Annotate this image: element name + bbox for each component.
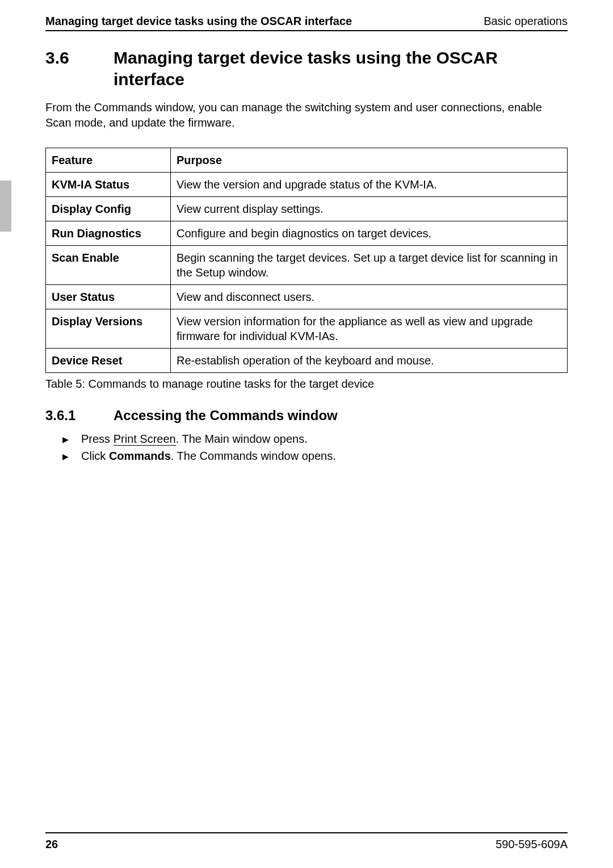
table-header-row: Feature Purpose xyxy=(46,148,568,173)
document-number: 590-595-609A xyxy=(496,838,568,851)
table-row: Device Reset Re-establish operation of t… xyxy=(46,349,568,373)
table-row: User Status View and disconnect users. xyxy=(46,285,568,309)
table-row: KVM-IA Status View the version and upgra… xyxy=(46,173,568,197)
page-content: 3.6 Managing target device tasks using t… xyxy=(45,47,568,832)
side-section-tab xyxy=(0,181,11,232)
ui-element-name: Commands xyxy=(109,450,171,462)
section-number: 3.6 xyxy=(45,47,114,90)
table-cell-feature: Display Versions xyxy=(46,309,171,349)
section-title: Managing target device tasks using the O… xyxy=(114,47,568,90)
step-prefix: Click xyxy=(81,450,109,462)
header-section-title: Managing target device tasks using the O… xyxy=(45,15,352,28)
table-cell-purpose: Re-establish operation of the keyboard a… xyxy=(171,349,568,373)
table-row: Run Diagnostics Configure and begin diag… xyxy=(46,221,568,246)
subsection-title: Accessing the Commands window xyxy=(114,408,338,423)
running-footer: 26 590-595-609A xyxy=(45,832,568,851)
step-suffix: . The Commands window opens. xyxy=(171,450,336,462)
header-chapter-title: Basic operations xyxy=(484,15,568,28)
table-row: Display Config View current display sett… xyxy=(46,197,568,221)
keyboard-key: Print Screen xyxy=(114,433,176,446)
step-suffix: . The Main window opens. xyxy=(176,433,308,445)
table-cell-feature: KVM-IA Status xyxy=(46,173,171,197)
step-bullet-icon: ▶ xyxy=(62,434,69,446)
table-cell-purpose: View and disconnect users. xyxy=(171,285,568,309)
table-cell-purpose: Begin scanning the target devices. Set u… xyxy=(171,246,568,285)
step-item: ▶ Click Commands. The Commands window op… xyxy=(62,447,568,464)
running-header: Managing target device tasks using the O… xyxy=(45,15,568,31)
table-cell-feature: Display Config xyxy=(46,197,171,221)
step-text: Click Commands. The Commands window open… xyxy=(81,447,336,464)
table-header-feature: Feature xyxy=(46,148,171,173)
commands-table: Feature Purpose KVM-IA Status View the v… xyxy=(45,148,568,373)
steps-list: ▶ Press Print Screen. The Main window op… xyxy=(45,430,568,464)
page-number: 26 xyxy=(45,838,58,851)
table-cell-feature: Device Reset xyxy=(46,349,171,373)
table-cell-feature: Scan Enable xyxy=(46,246,171,285)
table-cell-purpose: View version information for the applian… xyxy=(171,309,568,349)
table-cell-purpose: View current display settings. xyxy=(171,197,568,221)
table-cell-purpose: View the version and upgrade status of t… xyxy=(171,173,568,197)
page-container: Managing target device tasks using the O… xyxy=(0,0,613,868)
table-caption: Table 5: Commands to manage routine task… xyxy=(45,378,568,391)
table-row: Display Versions View version informatio… xyxy=(46,309,568,349)
step-bullet-icon: ▶ xyxy=(62,451,69,463)
table-cell-purpose: Configure and begin diagnostics on targe… xyxy=(171,221,568,246)
table-row: Scan Enable Begin scanning the target de… xyxy=(46,246,568,285)
table-header-purpose: Purpose xyxy=(171,148,568,173)
table-cell-feature: Run Diagnostics xyxy=(46,221,171,246)
table-cell-feature: User Status xyxy=(46,285,171,309)
section-heading: 3.6 Managing target device tasks using t… xyxy=(45,47,568,90)
subsection-number: 3.6.1 xyxy=(45,408,114,423)
step-item: ▶ Press Print Screen. The Main window op… xyxy=(62,430,568,447)
step-prefix: Press xyxy=(81,433,114,445)
section-intro-paragraph: From the Commands window, you can manage… xyxy=(45,100,568,131)
subsection-heading: 3.6.1 Accessing the Commands window xyxy=(45,408,568,423)
step-text: Press Print Screen. The Main window open… xyxy=(81,430,308,447)
